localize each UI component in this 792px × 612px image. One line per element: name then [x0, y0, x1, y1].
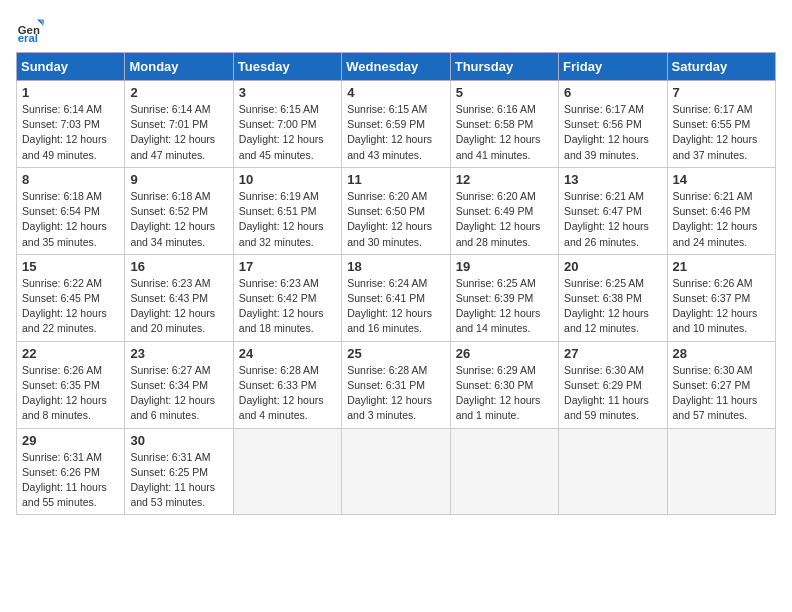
col-header-friday: Friday: [559, 53, 667, 81]
calendar-cell: 26Sunrise: 6:29 AM Sunset: 6:30 PM Dayli…: [450, 341, 558, 428]
day-detail: Sunrise: 6:28 AM Sunset: 6:31 PM Dayligh…: [347, 363, 444, 424]
day-detail: Sunrise: 6:28 AM Sunset: 6:33 PM Dayligh…: [239, 363, 336, 424]
day-detail: Sunrise: 6:27 AM Sunset: 6:34 PM Dayligh…: [130, 363, 227, 424]
day-number: 27: [564, 346, 661, 361]
day-number: 28: [673, 346, 770, 361]
day-detail: Sunrise: 6:14 AM Sunset: 7:03 PM Dayligh…: [22, 102, 119, 163]
day-detail: Sunrise: 6:21 AM Sunset: 6:46 PM Dayligh…: [673, 189, 770, 250]
calendar-week-row: 1Sunrise: 6:14 AM Sunset: 7:03 PM Daylig…: [17, 81, 776, 168]
day-detail: Sunrise: 6:26 AM Sunset: 6:35 PM Dayligh…: [22, 363, 119, 424]
day-detail: Sunrise: 6:25 AM Sunset: 6:38 PM Dayligh…: [564, 276, 661, 337]
calendar-cell: 8Sunrise: 6:18 AM Sunset: 6:54 PM Daylig…: [17, 167, 125, 254]
calendar-cell: 2Sunrise: 6:14 AM Sunset: 7:01 PM Daylig…: [125, 81, 233, 168]
calendar-cell: 29Sunrise: 6:31 AM Sunset: 6:26 PM Dayli…: [17, 428, 125, 515]
calendar-cell: 15Sunrise: 6:22 AM Sunset: 6:45 PM Dayli…: [17, 254, 125, 341]
day-detail: Sunrise: 6:26 AM Sunset: 6:37 PM Dayligh…: [673, 276, 770, 337]
day-number: 19: [456, 259, 553, 274]
calendar-cell: 27Sunrise: 6:30 AM Sunset: 6:29 PM Dayli…: [559, 341, 667, 428]
day-number: 14: [673, 172, 770, 187]
col-header-wednesday: Wednesday: [342, 53, 450, 81]
day-number: 2: [130, 85, 227, 100]
day-number: 22: [22, 346, 119, 361]
day-detail: Sunrise: 6:25 AM Sunset: 6:39 PM Dayligh…: [456, 276, 553, 337]
day-number: 21: [673, 259, 770, 274]
page-header: Gen eral: [16, 16, 776, 44]
calendar-cell: 18Sunrise: 6:24 AM Sunset: 6:41 PM Dayli…: [342, 254, 450, 341]
calendar-cell: [450, 428, 558, 515]
day-detail: Sunrise: 6:23 AM Sunset: 6:43 PM Dayligh…: [130, 276, 227, 337]
col-header-saturday: Saturday: [667, 53, 775, 81]
svg-text:eral: eral: [18, 32, 38, 44]
day-number: 3: [239, 85, 336, 100]
day-number: 5: [456, 85, 553, 100]
col-header-sunday: Sunday: [17, 53, 125, 81]
day-detail: Sunrise: 6:17 AM Sunset: 6:56 PM Dayligh…: [564, 102, 661, 163]
day-detail: Sunrise: 6:14 AM Sunset: 7:01 PM Dayligh…: [130, 102, 227, 163]
day-detail: Sunrise: 6:31 AM Sunset: 6:25 PM Dayligh…: [130, 450, 227, 511]
calendar-cell: 12Sunrise: 6:20 AM Sunset: 6:49 PM Dayli…: [450, 167, 558, 254]
day-number: 1: [22, 85, 119, 100]
col-header-thursday: Thursday: [450, 53, 558, 81]
calendar-cell: 19Sunrise: 6:25 AM Sunset: 6:39 PM Dayli…: [450, 254, 558, 341]
day-detail: Sunrise: 6:30 AM Sunset: 6:29 PM Dayligh…: [564, 363, 661, 424]
calendar-cell: 9Sunrise: 6:18 AM Sunset: 6:52 PM Daylig…: [125, 167, 233, 254]
calendar-week-row: 22Sunrise: 6:26 AM Sunset: 6:35 PM Dayli…: [17, 341, 776, 428]
calendar-cell: 17Sunrise: 6:23 AM Sunset: 6:42 PM Dayli…: [233, 254, 341, 341]
day-number: 11: [347, 172, 444, 187]
calendar-cell: 16Sunrise: 6:23 AM Sunset: 6:43 PM Dayli…: [125, 254, 233, 341]
calendar-cell: 14Sunrise: 6:21 AM Sunset: 6:46 PM Dayli…: [667, 167, 775, 254]
day-number: 20: [564, 259, 661, 274]
calendar-cell: [559, 428, 667, 515]
calendar-cell: 23Sunrise: 6:27 AM Sunset: 6:34 PM Dayli…: [125, 341, 233, 428]
calendar-table: SundayMondayTuesdayWednesdayThursdayFrid…: [16, 52, 776, 515]
day-detail: Sunrise: 6:30 AM Sunset: 6:27 PM Dayligh…: [673, 363, 770, 424]
day-detail: Sunrise: 6:21 AM Sunset: 6:47 PM Dayligh…: [564, 189, 661, 250]
day-number: 6: [564, 85, 661, 100]
calendar-cell: [233, 428, 341, 515]
day-number: 25: [347, 346, 444, 361]
day-number: 7: [673, 85, 770, 100]
calendar-header-row: SundayMondayTuesdayWednesdayThursdayFrid…: [17, 53, 776, 81]
day-number: 29: [22, 433, 119, 448]
logo: Gen eral: [16, 16, 48, 44]
calendar-cell: 21Sunrise: 6:26 AM Sunset: 6:37 PM Dayli…: [667, 254, 775, 341]
calendar-cell: 6Sunrise: 6:17 AM Sunset: 6:56 PM Daylig…: [559, 81, 667, 168]
day-number: 18: [347, 259, 444, 274]
calendar-cell: 11Sunrise: 6:20 AM Sunset: 6:50 PM Dayli…: [342, 167, 450, 254]
day-number: 8: [22, 172, 119, 187]
calendar-cell: 30Sunrise: 6:31 AM Sunset: 6:25 PM Dayli…: [125, 428, 233, 515]
day-number: 16: [130, 259, 227, 274]
day-detail: Sunrise: 6:16 AM Sunset: 6:58 PM Dayligh…: [456, 102, 553, 163]
calendar-cell: [667, 428, 775, 515]
calendar-week-row: 29Sunrise: 6:31 AM Sunset: 6:26 PM Dayli…: [17, 428, 776, 515]
day-number: 26: [456, 346, 553, 361]
day-detail: Sunrise: 6:15 AM Sunset: 6:59 PM Dayligh…: [347, 102, 444, 163]
calendar-cell: 24Sunrise: 6:28 AM Sunset: 6:33 PM Dayli…: [233, 341, 341, 428]
calendar-week-row: 15Sunrise: 6:22 AM Sunset: 6:45 PM Dayli…: [17, 254, 776, 341]
day-detail: Sunrise: 6:31 AM Sunset: 6:26 PM Dayligh…: [22, 450, 119, 511]
col-header-monday: Monday: [125, 53, 233, 81]
day-number: 24: [239, 346, 336, 361]
calendar-cell: 1Sunrise: 6:14 AM Sunset: 7:03 PM Daylig…: [17, 81, 125, 168]
day-number: 17: [239, 259, 336, 274]
calendar-cell: 13Sunrise: 6:21 AM Sunset: 6:47 PM Dayli…: [559, 167, 667, 254]
day-detail: Sunrise: 6:23 AM Sunset: 6:42 PM Dayligh…: [239, 276, 336, 337]
day-detail: Sunrise: 6:29 AM Sunset: 6:30 PM Dayligh…: [456, 363, 553, 424]
calendar-cell: 28Sunrise: 6:30 AM Sunset: 6:27 PM Dayli…: [667, 341, 775, 428]
calendar-cell: 10Sunrise: 6:19 AM Sunset: 6:51 PM Dayli…: [233, 167, 341, 254]
calendar-cell: 20Sunrise: 6:25 AM Sunset: 6:38 PM Dayli…: [559, 254, 667, 341]
day-detail: Sunrise: 6:24 AM Sunset: 6:41 PM Dayligh…: [347, 276, 444, 337]
logo-icon: Gen eral: [16, 16, 44, 44]
calendar-cell: 4Sunrise: 6:15 AM Sunset: 6:59 PM Daylig…: [342, 81, 450, 168]
day-number: 4: [347, 85, 444, 100]
day-detail: Sunrise: 6:19 AM Sunset: 6:51 PM Dayligh…: [239, 189, 336, 250]
day-detail: Sunrise: 6:20 AM Sunset: 6:49 PM Dayligh…: [456, 189, 553, 250]
day-detail: Sunrise: 6:18 AM Sunset: 6:52 PM Dayligh…: [130, 189, 227, 250]
day-number: 15: [22, 259, 119, 274]
day-number: 23: [130, 346, 227, 361]
day-number: 10: [239, 172, 336, 187]
calendar-cell: 22Sunrise: 6:26 AM Sunset: 6:35 PM Dayli…: [17, 341, 125, 428]
calendar-cell: 5Sunrise: 6:16 AM Sunset: 6:58 PM Daylig…: [450, 81, 558, 168]
col-header-tuesday: Tuesday: [233, 53, 341, 81]
calendar-cell: 3Sunrise: 6:15 AM Sunset: 7:00 PM Daylig…: [233, 81, 341, 168]
